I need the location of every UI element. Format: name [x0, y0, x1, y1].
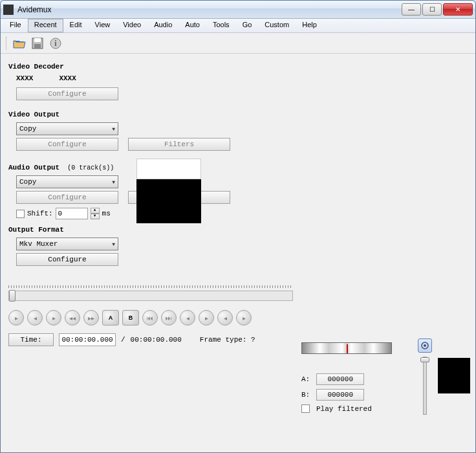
speaker-icon[interactable] — [418, 338, 432, 353]
timeline-track[interactable] — [8, 291, 293, 301]
app-window: Avidemux — ☐ ✕ File Recent Edit View Vid… — [0, 0, 476, 453]
output-format-configure-button[interactable]: Configure — [16, 253, 118, 266]
shift-ms-label: ms — [102, 210, 111, 217]
video-output-filters-button[interactable]: Filters — [128, 138, 230, 151]
menu-tools[interactable]: Tools — [206, 19, 236, 32]
menu-help[interactable]: Help — [296, 19, 323, 32]
time-sep: / — [121, 336, 125, 344]
jog-mark — [347, 344, 348, 353]
play-filtered-label: Play filtered — [316, 405, 372, 413]
marker-b-value: 000000 — [327, 391, 353, 399]
volume-slider[interactable] — [423, 357, 427, 415]
set-marker-b-button[interactable]: B — [122, 310, 139, 326]
save-icon[interactable] — [30, 36, 45, 50]
volume-control — [418, 338, 432, 415]
shift-up-button[interactable]: ▲ — [91, 208, 100, 214]
main-content: Video Decoder XXXX XXXX Configure Video … — [1, 54, 475, 452]
output-format-value: Mkv Muxer — [19, 240, 58, 248]
video-decoder-title: Video Decoder — [8, 63, 468, 71]
open-icon[interactable] — [12, 36, 27, 50]
audio-output-title: Audio Output (0 track(s)) — [8, 164, 468, 171]
audio-tracks-count: (0 track(s)) — [67, 164, 114, 171]
time-button[interactable]: Time: — [8, 333, 54, 346]
menu-custom[interactable]: Custom — [258, 19, 296, 32]
svg-rect-2 — [34, 44, 41, 49]
window-controls: — ☐ ✕ — [402, 3, 473, 16]
frame-type-label: Frame type: ? — [200, 336, 255, 344]
marker-b-field[interactable]: 000000 — [316, 389, 364, 401]
next-black-button[interactable]: ▸ — [236, 310, 252, 326]
time-current-value: 00:00:00.000 — [61, 336, 113, 344]
prev-black-button[interactable]: ◂ — [217, 310, 233, 326]
shift-checkbox[interactable] — [16, 210, 25, 218]
audio-output-configure-button[interactable]: Configure — [16, 191, 118, 204]
minimize-button[interactable]: — — [402, 3, 421, 16]
menu-edit[interactable]: Edit — [63, 19, 89, 32]
next-frame-button[interactable]: ▸ — [46, 310, 61, 326]
time-total: 00:00:00.000 — [131, 336, 182, 344]
audio-output-value: Copy — [19, 178, 36, 186]
video-decoder-configure-button[interactable]: Configure — [16, 87, 118, 100]
goto-marker-a-button[interactable]: ◂ — [180, 310, 195, 326]
audio-output-title-text: Audio Output — [8, 164, 60, 171]
close-button[interactable]: ✕ — [443, 3, 473, 16]
marker-a-value: 000000 — [327, 375, 353, 383]
audio-shift-row: Shift: ▲ ▼ ms — [16, 208, 468, 219]
toolbar-separator — [6, 37, 8, 50]
toolbar: i — [1, 33, 475, 54]
svg-rect-1 — [34, 38, 41, 42]
audio-output-combo[interactable]: Copy — [16, 175, 118, 188]
titlebar: Avidemux — ☐ ✕ — [1, 1, 475, 19]
app-icon — [3, 5, 14, 15]
volume-thumb[interactable] — [420, 357, 429, 362]
maximize-button[interactable]: ☐ — [422, 3, 442, 16]
menu-go[interactable]: Go — [236, 19, 259, 32]
video-output-configure-button[interactable]: Configure — [16, 138, 118, 151]
decoder-values: XXXX XXXX — [16, 74, 468, 82]
shift-label: Shift: — [27, 210, 53, 217]
play-button[interactable]: ▸ — [8, 310, 24, 326]
goto-marker-b-button[interactable]: ▸ — [199, 310, 214, 326]
menu-video[interactable]: Video — [116, 19, 147, 32]
play-filtered-row: Play filtered — [301, 404, 463, 413]
marker-a-field[interactable]: 000000 — [316, 373, 364, 385]
shift-input[interactable] — [56, 208, 88, 219]
decoder-val2: XXXX — [59, 74, 76, 82]
prev-keyframe-button[interactable]: ◂◂ — [65, 310, 80, 326]
video-output-value: Copy — [19, 125, 36, 133]
playback-controls: ▸ ◂ ▸ ◂◂ ▸▸ A B ⏮ ⏭ ◂ ▸ ◂ ▸ — [8, 310, 468, 326]
next-keyframe-button[interactable]: ▸▸ — [83, 310, 99, 326]
timeline-thumb[interactable] — [9, 290, 16, 302]
menu-audio[interactable]: Audio — [147, 19, 178, 32]
video-output-combo[interactable]: Copy — [16, 122, 118, 135]
menu-file[interactable]: File — [3, 19, 28, 32]
menu-recent[interactable]: Recent — [28, 19, 63, 32]
play-filtered-checkbox[interactable] — [301, 404, 310, 413]
svg-point-6 — [424, 344, 426, 347]
menu-view[interactable]: View — [89, 19, 117, 32]
preview-top — [136, 159, 201, 179]
output-format-combo[interactable]: Mkv Muxer — [16, 238, 118, 250]
video-output-title: Video Output — [8, 111, 468, 118]
goto-end-button[interactable]: ⏭ — [161, 310, 177, 326]
prev-frame-button[interactable]: ◂ — [27, 310, 43, 326]
decoder-val1: XXXX — [16, 74, 33, 82]
output-format-title: Output Format — [8, 226, 468, 234]
time-current-field[interactable]: 00:00:00.000 — [59, 333, 116, 346]
shift-down-button[interactable]: ▼ — [91, 214, 100, 219]
timeline-panel: ▸ ◂ ▸ ◂◂ ▸▸ A B ⏮ ⏭ ◂ ▸ ◂ ▸ Time: 00:00:… — [8, 283, 468, 346]
menubar: File Recent Edit View Video Audio Auto T… — [1, 19, 475, 33]
window-title: Avidemux — [17, 5, 402, 14]
preview-bottom — [136, 179, 201, 223]
mini-preview — [438, 358, 470, 393]
marker-a-label: A: — [301, 375, 310, 383]
info-icon[interactable]: i — [49, 36, 63, 50]
shift-spinner: ▲ ▼ — [91, 208, 100, 219]
timeline-ruler — [8, 283, 293, 289]
goto-start-button[interactable]: ⏮ — [142, 310, 158, 326]
set-marker-a-button[interactable]: A — [102, 310, 119, 326]
jog-wheel[interactable] — [301, 342, 392, 354]
marker-b-label: B: — [301, 391, 310, 399]
video-preview — [136, 159, 201, 223]
menu-auto[interactable]: Auto — [178, 19, 206, 32]
